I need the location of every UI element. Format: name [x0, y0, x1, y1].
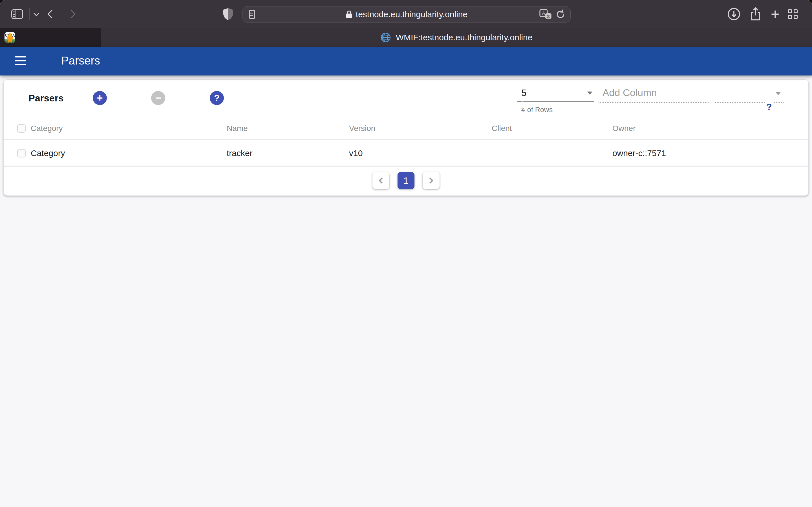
column-header-category: Category [31, 124, 63, 133]
grid-square [788, 9, 792, 13]
grid-square [788, 15, 792, 19]
add-parser-button[interactable]: + [93, 91, 107, 105]
column-header-version: Version [349, 124, 375, 133]
translate-icon[interactable]: A 文 [539, 9, 552, 20]
panel-title: Parsers [29, 93, 64, 104]
browser-window: testnode.eu.thingularity.online A 文 [0, 0, 812, 507]
pinned-tabs: USDA [0, 28, 101, 47]
share-icon[interactable] [749, 7, 762, 21]
table-header-row: Category Name Version Client Owner [4, 117, 808, 140]
refresh-button[interactable] [704, 100, 718, 114]
browser-actions: + [727, 0, 798, 28]
grid-square [794, 15, 798, 19]
reader-view-icon[interactable] [249, 10, 255, 19]
svg-text:A: A [542, 11, 545, 16]
navigation-group [11, 0, 74, 28]
browser-toolbar: testnode.eu.thingularity.online A 文 [0, 0, 812, 28]
address-text: testnode.eu.thingularity.online [346, 10, 467, 19]
app-header: Parsers Admin ? [0, 47, 812, 75]
forward-icon[interactable] [67, 10, 75, 18]
reload-icon[interactable] [556, 9, 565, 20]
select-all-checkbox[interactable] [17, 124, 26, 133]
current-page-button[interactable]: 1 [398, 172, 414, 189]
add-column-placeholder: Add Column [603, 87, 657, 98]
toolbar-divider [29, 8, 30, 20]
parsers-panel: Parsers + − ? 5 # of Rows Add Column Cat… [3, 79, 809, 196]
back-icon[interactable] [47, 10, 56, 18]
address-bar-actions: A 文 [539, 6, 565, 22]
firebase-favicon [4, 32, 15, 43]
sidebar-toggle-icon[interactable] [11, 9, 23, 19]
globe-favicon [380, 33, 391, 43]
new-tab-icon[interactable]: + [771, 8, 779, 20]
row-category-cell: Category [31, 149, 65, 158]
chevron-down-icon [669, 104, 674, 107]
help-button[interactable]: ? [763, 101, 775, 113]
address-bar[interactable]: testnode.eu.thingularity.online A 文 [243, 6, 571, 22]
row-owner-cell: owner-c::7571 [612, 149, 666, 158]
row-checkbox[interactable] [17, 149, 26, 158]
svg-text:文: 文 [546, 14, 550, 18]
tab-overview-icon[interactable] [788, 9, 798, 19]
privacy-shield-icon[interactable] [223, 8, 233, 20]
pagination: 1 [4, 172, 808, 189]
user-role-select[interactable]: Admin [501, 97, 681, 116]
grid-square [794, 9, 798, 13]
column-header-owner: Owner [612, 124, 636, 133]
chevron-right-icon [427, 177, 434, 184]
remove-parser-button[interactable]: − [151, 91, 165, 105]
url-text: testnode.eu.thingularity.online [356, 10, 467, 19]
next-page-button[interactable] [423, 172, 440, 189]
chevron-down-icon [776, 92, 781, 95]
page-body: Parsers + − ? 5 # of Rows Add Column Cat… [0, 75, 812, 507]
chevron-down-icon [587, 92, 592, 95]
page-title: Parsers [61, 54, 100, 67]
previous-page-button[interactable] [372, 172, 389, 189]
column-header-name: Name [227, 124, 248, 133]
tab-bar: USDA WMIF:testnode.eu.thingularity.onlin… [0, 28, 812, 47]
chevron-down-icon[interactable] [34, 11, 39, 16]
column-header-client: Client [492, 124, 512, 133]
downloads-icon[interactable] [727, 8, 741, 20]
active-tab[interactable]: WMIF:testnode.eu.thingularity.online [101, 28, 812, 47]
user-role-value: Admin [501, 100, 529, 111]
pinned-tab-firebase-console[interactable] [0, 28, 20, 47]
menu-icon[interactable] [15, 56, 26, 66]
row-name-cell: tracker [227, 149, 253, 158]
active-tab-title: WMIF:testnode.eu.thingularity.online [396, 33, 532, 42]
row-version-cell: v10 [349, 149, 363, 158]
panel-help-button[interactable]: ? [210, 91, 224, 105]
table-row[interactable]: Category tracker v10 owner-c::7571 [4, 140, 808, 166]
lock-icon [346, 10, 352, 18]
chevron-left-icon [378, 177, 385, 184]
